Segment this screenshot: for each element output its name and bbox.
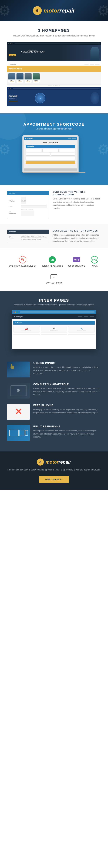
plugin-woo-name: WOOCOMMERCE bbox=[68, 265, 85, 267]
repairman-stars: ★★★☆☆ bbox=[33, 81, 39, 82]
repairman-card: Tom K. ★★★★★ bbox=[24, 73, 32, 83]
feature-responsive-text: Motorepair is compatible with all resolu… bbox=[33, 429, 101, 439]
svg-text:✉: ✉ bbox=[53, 277, 55, 279]
inner-pages-subtitle: Motorepair is packed with a set of caref… bbox=[5, 304, 103, 306]
services-form-preview: SERVICES CarServices BRAKES & BRAKE REPA… bbox=[7, 229, 49, 243]
inner-pages-browser: ⚙ motorepair SERVICES 🚗 bbox=[12, 310, 96, 349]
repairman-info: Chris B. ★★★☆☆ bbox=[33, 80, 40, 83]
repairman-info: Mike S. ★★★★☆ bbox=[16, 80, 23, 83]
plugin-slider-name: SLIDER REVOLUTION bbox=[42, 265, 63, 267]
feature-plugins-title: FREE PLUGINS bbox=[33, 404, 101, 407]
feature-plugins-image: ✕ bbox=[7, 404, 30, 420]
homepage-screen-3: ENGINE DIAGNOSTIC ⚙ bbox=[7, 87, 101, 106]
browser-dot-yellow bbox=[15, 312, 16, 313]
repairman-stars: ★★★★★ bbox=[9, 81, 15, 82]
svg-text:WPML: WPML bbox=[92, 259, 97, 261]
header-logo: ⚙ motormotorrepair bbox=[33, 6, 75, 15]
inner-pages-section: INNER PAGES Motorepair is packed with a … bbox=[0, 291, 108, 356]
vehicle-desc-text: Let the vehicles your repair shop specia… bbox=[53, 197, 101, 210]
footer-logo: ⚙ motorrepair bbox=[5, 459, 103, 466]
device-phone-icon bbox=[25, 430, 28, 436]
screen3-nav bbox=[7, 87, 101, 90]
services-desc-title: CUSTOMIZE THE LIST OF SERVICES bbox=[53, 229, 101, 232]
service-card-title: ENGINE SERVICE bbox=[42, 331, 66, 332]
repairmen-grid: John D. ★★★★★ Mike S. ★★★★☆ bbox=[7, 72, 101, 84]
screen1-cta: CLICK HERE bbox=[9, 54, 16, 56]
repairman-photo bbox=[16, 73, 23, 80]
screen1-text-area: A MECHANIC YOU A MECHANIC YOU TRUST CLIC… bbox=[7, 45, 59, 61]
field-label: VehicleManufacturer bbox=[9, 211, 21, 214]
repairman-photo bbox=[33, 73, 40, 80]
laptop-base bbox=[24, 168, 77, 170]
regular-service-tag: REGULAR SERVICE bbox=[7, 84, 101, 86]
engine-subtitle: DIAGNOSTIC bbox=[9, 98, 17, 99]
field-textarea bbox=[21, 211, 34, 216]
form-field bbox=[25, 153, 50, 156]
repairman-card: John D. ★★★★★ bbox=[8, 73, 15, 83]
homepage-screen-2: ⚙ motorepair TOP REPAIRMEN 0 6 0 bbox=[7, 63, 101, 86]
browser-dot-green bbox=[17, 312, 18, 313]
engine-text: ENGINE DIAGNOSTIC bbox=[9, 95, 17, 101]
browser-dot-red bbox=[13, 312, 14, 313]
service-card-title: DELIVERY & TOWING bbox=[14, 331, 39, 332]
site-header-logo: ⚙ motorepair bbox=[14, 316, 23, 317]
feature-adaptable-title: COMPLETELY ADAPTABLE bbox=[33, 383, 101, 385]
laptop-form-title: BOOK APPOINTMENT bbox=[25, 142, 75, 144]
feature-responsive-title: FULLY RESPONSIVE bbox=[33, 425, 101, 428]
contact-form-icon: ✉ bbox=[50, 272, 58, 281]
vehicle-section: VEHICLE Year ofProduction Start Year Mod… bbox=[0, 185, 108, 224]
preview-screens: A MECHANIC YOU A MECHANIC YOU TRUST CLIC… bbox=[7, 42, 101, 106]
engine-image-area: ⚙ bbox=[17, 93, 63, 103]
nav-dot bbox=[10, 88, 11, 89]
feature-import: 👆 1-CLICK IMPORT All it takes to import … bbox=[7, 362, 101, 377]
screen2-body: TOP REPAIRMEN 0 6 0 John D. ★★★★★ bbox=[7, 66, 101, 86]
appointment-section: ⚙ ⚙ APPOINTMENT SHORTCODE 1 day and intu… bbox=[0, 113, 108, 185]
laptop-nav-logo: ⚙ motorepair bbox=[25, 138, 33, 139]
feature-adaptable-image: ⚙ bbox=[7, 383, 30, 399]
services-field-label: CarServices bbox=[9, 236, 21, 239]
field-input-start bbox=[21, 197, 26, 200]
form-row bbox=[25, 153, 75, 156]
laptop-nav: ⚙ motorepair bbox=[24, 137, 77, 140]
vehicle-field-row: Year ofProduction Start Year bbox=[9, 197, 47, 204]
svg-text:Woo: Woo bbox=[74, 259, 79, 261]
field-label: Model bbox=[9, 206, 21, 207]
services-field-text: BRAKES & BRAKE REPAIR, OIL CHANGE, TIRE … bbox=[21, 236, 47, 240]
plugin-wpbakery: W WPBakery Page Builder bbox=[9, 255, 36, 267]
service-card-icon: ⚙ bbox=[42, 327, 66, 330]
service-card: 🚗 DELIVERY & TOWING bbox=[13, 326, 40, 333]
slider-revolution-icon: SR bbox=[48, 255, 57, 264]
form-field bbox=[51, 153, 75, 156]
svg-text:SR: SR bbox=[51, 258, 54, 261]
screen1-tagline: A MECHANIC YOU TRUST bbox=[9, 51, 57, 53]
gear-right-decoration: ⚙ bbox=[97, 2, 108, 19]
screen2-nav: ⚙ motorepair bbox=[7, 63, 101, 66]
engine-circle: ⚙ bbox=[35, 93, 45, 103]
service-card-title: GEARBOX SERVICE bbox=[69, 331, 94, 332]
plugins-section: W WPBakery Page Builder SR SLIDER REVOLU… bbox=[0, 248, 108, 291]
nav-dot bbox=[10, 43, 11, 44]
purchase-button[interactable]: PURCHASE IT bbox=[39, 476, 69, 483]
feature-plugins-content: FREE PLUGINS Use highly beneficial and e… bbox=[33, 404, 101, 414]
yellow-banner: TOP REPAIRMEN 0 6 0 bbox=[7, 66, 101, 72]
repairman-info: Tom K. ★★★★★ bbox=[24, 80, 32, 83]
service-cards-row: 🚗 DELIVERY & TOWING ⚙ ENGINE SERVICE 🔧 G… bbox=[13, 326, 95, 333]
homepages-title: 3 HOMEPAGES bbox=[7, 28, 101, 33]
feature-responsive-content: FULLY RESPONSIVE Motorepair is compatibl… bbox=[33, 425, 101, 439]
nav-dot bbox=[8, 88, 9, 89]
repairmen-count-1: 0 bbox=[82, 66, 87, 71]
wpml-icon: WPML bbox=[90, 255, 99, 264]
field-label: Year ofProduction bbox=[9, 199, 21, 202]
service-card-icon: 🚗 bbox=[14, 327, 39, 330]
feature-plugins-text: Use highly beneficial and easy to use pl… bbox=[33, 408, 101, 414]
repairman-stars: ★★★★☆ bbox=[17, 81, 23, 82]
vehicle-desc-title: CUSTOMIZE THE VEHICLE MANUFACTURER bbox=[53, 191, 101, 196]
services-form-body: CarServices BRAKES & BRAKE REPAIR, OIL C… bbox=[7, 234, 49, 243]
screen1-body: A MECHANIC YOU A MECHANIC YOU TRUST CLIC… bbox=[7, 45, 101, 61]
repairman-card: Chris B. ★★★☆☆ bbox=[33, 73, 40, 83]
feature-import-content: 1-CLICK IMPORT All it takes to import th… bbox=[33, 362, 101, 375]
homepages-subtitle: Included with Motorepair are three moder… bbox=[7, 34, 101, 37]
features-section: 👆 1-CLICK IMPORT All it takes to import … bbox=[0, 356, 108, 452]
appointment-subtitle: 1 day and intuitive appointment booking bbox=[5, 128, 103, 130]
feature-adaptable-content: COMPLETELY ADAPTABLE Customize each and … bbox=[33, 383, 101, 396]
